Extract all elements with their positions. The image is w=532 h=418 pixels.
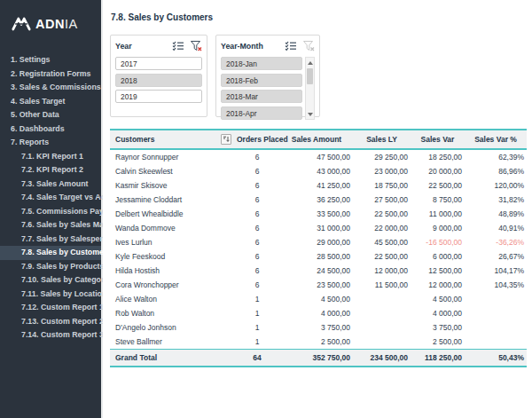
table-row: Calvin Skeewlest643 000,0023 000,0020 00… [110,164,527,178]
column-header[interactable]: Sales LY [353,130,411,149]
value-cell: 6 [234,249,280,264]
value-cell: 12 000,00 [411,278,465,292]
sidebar-item[interactable]: 7.12. Custom Report 1 [0,301,101,315]
clear-filter-icon[interactable] [191,41,202,51]
customer-name-cell: Steve Ballmer [110,335,234,350]
sidebar-item[interactable]: 3. Sales & Commissions [0,81,101,95]
sidebar-item[interactable]: 6. Dashboards [0,122,101,137]
value-cell: 18 250,00 [411,149,465,164]
sidebar-item[interactable]: 4. Sales Target [0,95,101,109]
value-cell: 33 500,00 [280,207,353,221]
clear-filter-icon[interactable] [303,41,315,51]
value-cell: 36 250,00 [280,193,353,207]
column-header[interactable]: Customers [110,130,234,149]
scroll-up-icon[interactable] [306,58,314,67]
value-cell: 22 000,00 [353,221,411,235]
value-cell: -36,26% [465,235,527,249]
table-row: Cora Wronchopper623 500,0011 500,0012 00… [110,278,527,292]
value-cell: 6 [234,264,280,278]
value-cell: 6 [234,221,280,235]
table-row: Delbert Whealbiddle633 500,0022 500,0011… [110,207,527,221]
table-row: Rob Walton14 000,004 000,00 [110,306,527,320]
customer-name-cell: Rob Walton [110,306,234,320]
sidebar-item[interactable]: 7.5. Commissions Payable [0,205,101,219]
value-cell: 23 500,00 [280,278,353,292]
value-cell: 12 500,00 [411,264,465,278]
table-row: Ives Lurlun629 000,0045 500,00-16 500,00… [110,235,527,249]
value-cell: 28 500,00 [280,249,353,264]
value-cell: 9 000,00 [411,221,465,235]
scrollbar-thumb[interactable] [307,68,313,84]
column-header-label: Customers [115,135,154,144]
value-cell: 104,35% [465,278,527,292]
table-row: Jessamine Cloddart636 250,0027 500,008 7… [110,193,527,207]
slicer-item[interactable]: 2017 [115,57,202,70]
customer-name-cell: Kasmir Skisove [110,178,234,193]
table-row: D'Angelo Jonhson13 750,003 750,00 [110,320,527,335]
table-row: Steve Ballmer12 500,002 500,00 [110,335,527,350]
slicer-item[interactable]: 2018-Feb [221,74,302,87]
grand-total-row: Grand Total64352 750,00234 500,00118 250… [110,350,527,367]
value-cell: -16 500,00 [411,235,465,249]
sidebar-item[interactable]: 7.11. Sales by Location [0,288,101,302]
slicer-scrollbar[interactable] [305,57,315,120]
table-row: Hilda Hostish624 500,0012 000,0012 500,0… [110,264,527,278]
column-header[interactable]: Orders Placed [234,130,280,149]
sidebar-item[interactable]: 2. Registration Forms [0,67,101,82]
sort-filter-button[interactable] [221,134,231,145]
value-cell: 2 500,00 [280,335,353,350]
table-row: Raynor Sonnupper647 500,0029 250,0018 25… [110,149,527,164]
slicer-item[interactable]: 2018 [115,74,202,87]
value-cell: 120,00% [465,178,527,193]
value-cell [465,320,527,335]
scrollbar-track[interactable] [306,67,314,109]
sidebar-item[interactable]: 7.1. KPI Report 1 [0,150,101,164]
customer-name-cell: Alice Walton [110,292,234,306]
slicer-item[interactable]: 2018-Jan [221,57,302,70]
sidebar-item[interactable]: 7.2. KPI Report 2 [0,163,101,177]
value-cell: 6 [234,235,280,249]
value-cell: 1 [234,292,280,306]
sidebar-item[interactable]: 7. Reports [0,136,101,150]
sidebar-item[interactable]: 7.13. Custom Report 2 [0,315,101,329]
value-cell: 8 750,00 [411,193,465,207]
grand-total-label: Grand Total [110,350,234,367]
value-cell: 11 000,00 [411,207,465,221]
sidebar-item[interactable]: 7.4. Sales Target vs Actual [0,191,101,205]
sidebar-item[interactable]: 7.14. Custom Report 3 [0,328,101,343]
value-cell: 6 [234,193,280,207]
sales-by-customers-table: Customers Orders PlacedSales AmountSales… [110,129,527,367]
column-header[interactable]: Sales Amount [280,130,353,149]
value-cell: 1 [234,306,280,320]
value-cell: 104,17% [465,264,527,278]
value-cell: 18 750,00 [353,178,411,193]
column-header[interactable]: Sales Var % [465,130,527,149]
sidebar-item[interactable]: 7.8. Sales by Customers [0,246,101,260]
slicer-item[interactable]: 2018-Apr [221,106,302,120]
sidebar-nav: 1. Settings2. Registration Forms3. Sales… [0,53,101,343]
multi-select-icon[interactable] [172,41,184,51]
sidebar-item[interactable]: 1. Settings [0,53,101,67]
value-cell: 4 000,00 [280,306,353,320]
value-cell: 2 500,00 [411,335,465,350]
sidebar-item[interactable]: 7.9. Sales by Products [0,260,101,274]
page-title: 7.8. Sales by Customers [111,12,527,22]
value-cell: 23 000,00 [353,164,411,178]
sidebar-item[interactable]: 7.6. Sales by Sales Manager [0,218,101,233]
scroll-down-icon[interactable] [306,109,314,119]
sidebar-item[interactable]: 7.10. Sales by Category [0,273,101,288]
value-cell: 6 [234,178,280,193]
value-cell: 45 500,00 [353,235,411,249]
slicer-item-list: 2018-Jan2018-Feb2018-Mar2018-Apr [221,57,302,122]
column-header[interactable]: Sales Var [411,130,465,149]
sidebar-item[interactable]: 7.7. Sales by Salesperson [0,233,101,247]
customer-name-cell: Raynor Sonnupper [110,149,234,164]
sidebar-item[interactable]: 5. Other Data [0,108,101,122]
slicer-item[interactable]: 2019 [115,90,202,103]
main-content: 7.8. Sales by Customers Year 20172018201… [103,0,532,418]
multi-select-icon[interactable] [285,41,297,51]
value-cell: 6 [234,207,280,221]
slicer-item[interactable]: 2018-Mar [221,90,302,103]
slicer-header: Year [115,39,202,52]
sidebar-item[interactable]: 7.3. Sales Amount [0,177,101,192]
